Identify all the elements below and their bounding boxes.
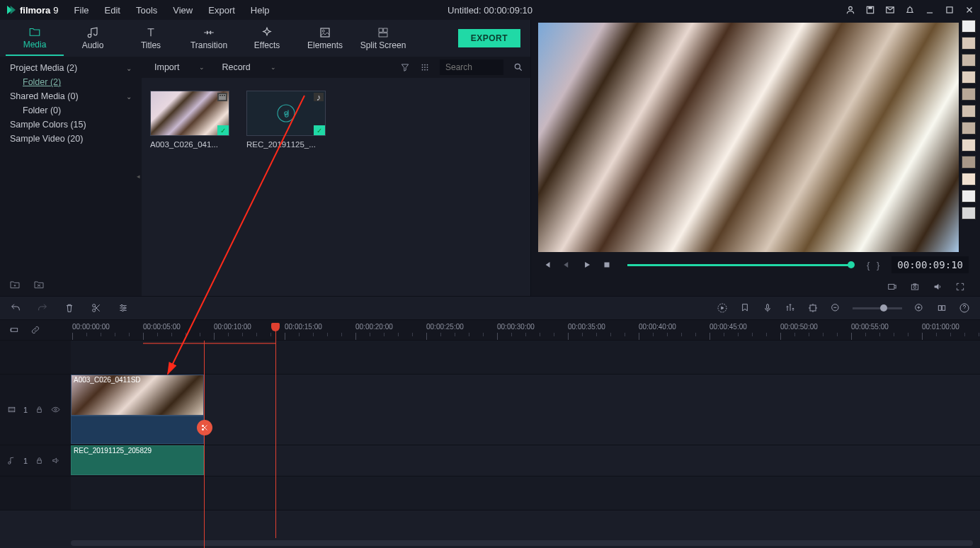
sidebar-item-sample-video[interactable]: Sample Video (20) bbox=[0, 132, 142, 146]
close-icon[interactable] bbox=[964, 5, 974, 15]
stop-icon[interactable] bbox=[602, 260, 612, 270]
preset-thumb[interactable] bbox=[962, 54, 976, 67]
search-icon[interactable] bbox=[513, 62, 523, 72]
track-row-empty bbox=[0, 341, 980, 375]
sidebar-item-sample-colors[interactable]: Sample Colors (15) bbox=[0, 118, 142, 132]
filter-icon[interactable] bbox=[400, 62, 410, 72]
remove-folder-icon[interactable] bbox=[33, 279, 45, 290]
menu-edit[interactable]: Edit bbox=[98, 2, 127, 18]
menu-help[interactable]: Help bbox=[244, 2, 277, 18]
sort-grid-icon[interactable] bbox=[420, 62, 430, 72]
preview-screen[interactable] bbox=[538, 23, 959, 252]
lock-icon[interactable] bbox=[35, 456, 44, 465]
tab-elements[interactable]: Elements bbox=[296, 21, 354, 56]
add-track-icon[interactable] bbox=[8, 325, 20, 335]
preset-thumb[interactable] bbox=[962, 105, 976, 118]
media-thumb-video[interactable]: ✓ A003_C026_041... bbox=[150, 91, 229, 149]
eye-icon[interactable] bbox=[51, 405, 60, 414]
track-body[interactable] bbox=[71, 476, 980, 510]
tab-audio[interactable]: Audio bbox=[64, 21, 122, 56]
audio-mixer-icon[interactable] bbox=[785, 302, 796, 314]
progress-knob[interactable] bbox=[848, 261, 855, 268]
preset-thumb[interactable] bbox=[962, 190, 976, 202]
step-back-icon[interactable] bbox=[562, 260, 572, 270]
link-icon[interactable] bbox=[30, 325, 41, 335]
playhead-split-button[interactable] bbox=[197, 420, 212, 435]
prev-frame-icon[interactable] bbox=[542, 260, 552, 270]
menu-tools[interactable]: Tools bbox=[129, 2, 164, 18]
timeline-clip-audio[interactable]: REC_20191125_205829 bbox=[71, 445, 204, 475]
timeline-clip-video-fx[interactable] bbox=[71, 416, 204, 444]
import-dropdown[interactable]: Import⌄ bbox=[149, 59, 210, 75]
preset-thumb[interactable] bbox=[962, 71, 976, 84]
sidebar-resize-handle[interactable]: ◂ bbox=[137, 173, 140, 180]
slider-knob[interactable] bbox=[880, 304, 887, 312]
minimize-icon[interactable] bbox=[925, 5, 935, 15]
menu-file[interactable]: File bbox=[67, 2, 96, 18]
split-icon[interactable] bbox=[91, 302, 102, 314]
account-icon[interactable] bbox=[845, 5, 855, 15]
marker-braces[interactable]: { } bbox=[867, 260, 882, 270]
preset-thumb[interactable] bbox=[962, 173, 976, 185]
maximize-icon[interactable] bbox=[945, 5, 955, 15]
sidebar-item-folder-2[interactable]: Folder (2) bbox=[0, 75, 142, 89]
fullscreen-icon[interactable] bbox=[955, 282, 966, 292]
preset-thumb[interactable] bbox=[962, 20, 976, 33]
play-icon[interactable] bbox=[582, 260, 592, 270]
timeline-clip-video[interactable]: A003_C026_0411SD bbox=[71, 375, 204, 416]
track-body[interactable] bbox=[71, 341, 980, 374]
zoom-slider[interactable] bbox=[853, 307, 902, 309]
help-icon[interactable] bbox=[959, 302, 970, 314]
playhead-handle[interactable] bbox=[271, 323, 280, 331]
tab-titles[interactable]: Titles bbox=[122, 21, 180, 56]
tab-media[interactable]: Media bbox=[6, 21, 64, 56]
track-head bbox=[0, 476, 71, 510]
preset-thumb[interactable] bbox=[962, 88, 976, 101]
marker-icon[interactable] bbox=[739, 302, 751, 314]
preset-thumb[interactable] bbox=[962, 37, 976, 50]
tab-transition[interactable]: Transition bbox=[180, 21, 238, 56]
timeline-scrollbar[interactable] bbox=[71, 540, 973, 546]
render-preview-icon[interactable] bbox=[717, 302, 728, 314]
disc-music-icon bbox=[273, 101, 299, 126]
undo-icon[interactable] bbox=[10, 302, 21, 314]
record-dropdown[interactable]: Record⌄ bbox=[216, 59, 281, 75]
zoom-fit-icon[interactable] bbox=[936, 302, 947, 314]
snapshot-icon[interactable] bbox=[909, 282, 921, 292]
record-audio-icon[interactable] bbox=[762, 302, 773, 314]
delete-icon[interactable] bbox=[64, 302, 75, 314]
preset-thumb[interactable] bbox=[962, 139, 976, 152]
adjust-icon[interactable] bbox=[118, 302, 129, 314]
message-icon[interactable] bbox=[885, 5, 895, 15]
tab-splitscreen[interactable]: Split Screen bbox=[354, 21, 412, 56]
export-button[interactable]: EXPORT bbox=[458, 29, 520, 47]
quality-icon[interactable] bbox=[887, 282, 898, 292]
menu-export[interactable]: Export bbox=[201, 2, 242, 18]
preset-thumb[interactable] bbox=[962, 156, 976, 169]
sidebar-item-shared-media[interactable]: Shared Media (0)⌄ bbox=[0, 89, 142, 103]
media-thumb-audio[interactable]: ♪ ✓ REC_20191125_... bbox=[246, 91, 326, 149]
sidebar-item-folder-0[interactable]: Folder (0) bbox=[0, 103, 142, 118]
save-icon[interactable] bbox=[865, 5, 875, 15]
crop-icon[interactable] bbox=[807, 302, 819, 314]
zoom-out-icon[interactable] bbox=[830, 302, 841, 314]
preset-thumb[interactable] bbox=[962, 122, 976, 135]
track-body[interactable]: REC_20191125_205829 bbox=[71, 445, 980, 476]
chevron-down-icon: ⌄ bbox=[199, 64, 205, 71]
preset-thumb[interactable] bbox=[962, 207, 976, 219]
svg-rect-29 bbox=[224, 95, 225, 96]
sidebar-item-project-media[interactable]: Project Media (2)⌄ bbox=[0, 61, 142, 75]
progress-bar[interactable] bbox=[627, 264, 851, 266]
volume-icon[interactable] bbox=[932, 282, 943, 292]
redo-icon[interactable] bbox=[37, 302, 48, 314]
zoom-in-icon[interactable] bbox=[913, 302, 925, 314]
notification-icon[interactable] bbox=[905, 5, 915, 15]
track-head-video: 1 bbox=[0, 375, 71, 445]
lock-icon[interactable] bbox=[35, 405, 44, 414]
search-input[interactable] bbox=[440, 59, 503, 75]
timeline-ruler[interactable]: 00:00:00:0000:00:05:0000:00:10:0000:00:1… bbox=[71, 320, 980, 340]
tab-effects[interactable]: Effects bbox=[238, 21, 296, 56]
add-folder-icon[interactable] bbox=[8, 279, 21, 290]
speaker-icon[interactable] bbox=[51, 456, 60, 465]
menu-view[interactable]: View bbox=[166, 2, 200, 18]
